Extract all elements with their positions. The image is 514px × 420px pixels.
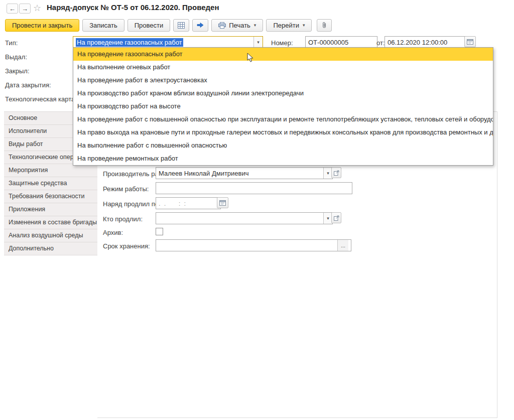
- date-calendar-button[interactable]: [464, 36, 476, 47]
- archive-checkbox[interactable]: [156, 228, 163, 235]
- producer-combobox[interactable]: Малеев Николай Дмитриевич ▾: [156, 167, 333, 179]
- mouse-cursor: [247, 53, 254, 64]
- page-title: Наряд-допуск № ОТ-5 от 06.12.2020. Прове…: [47, 3, 219, 12]
- type-value: На проведение газоопасных работ: [76, 38, 183, 47]
- dropdown-item-heat-installations[interactable]: На проведение работ с повышенной опаснос…: [73, 113, 493, 126]
- blue-arrow-icon: [197, 22, 204, 28]
- tab-activities[interactable]: Мероприятия: [4, 164, 97, 177]
- dropdown-item-high-risk-work[interactable]: На выполнение работ с повышенной опаснос…: [73, 139, 493, 152]
- work-mode-label: Режим работы:: [103, 185, 149, 193]
- tab-additional[interactable]: Дополнительно: [4, 242, 97, 255]
- toolbar: Провести и закрыть Записать Провести Печ…: [5, 19, 332, 32]
- post-button[interactable]: Провести: [127, 19, 171, 32]
- movements-button[interactable]: [192, 19, 208, 32]
- type-dropdown-list: На проведение газоопасных работ На выпол…: [73, 47, 493, 166]
- extender-label: Кто продлил:: [103, 215, 143, 223]
- extended-to-label: Наряд продлил по:: [103, 200, 161, 208]
- work-mode-field[interactable]: [156, 182, 352, 194]
- issued-by-label: Выдал:: [5, 53, 27, 61]
- favorite-star-icon[interactable]: ☆: [33, 3, 41, 14]
- dropdown-item-electrical[interactable]: На проведение работ в электроустановках: [73, 74, 493, 87]
- app-window: ← → ☆ Наряд-допуск № ОТ-5 от 06.12.2020.…: [0, 0, 514, 420]
- dropdown-item-repair-work[interactable]: На проведение ремонтных работ: [73, 152, 493, 165]
- tab-protective-equipment[interactable]: Защитные средства: [4, 177, 97, 190]
- tab-safety-requirements[interactable]: Требования безопасности: [4, 190, 97, 203]
- print-label: Печать: [229, 22, 250, 29]
- open-link-icon: [334, 170, 339, 176]
- attachments-button[interactable]: [317, 19, 332, 32]
- retention-label: Срок хранения:: [103, 242, 150, 250]
- calendar-icon: [467, 39, 473, 45]
- dropdown-item-crane-powerline[interactable]: На производство работ краном вблизи возд…: [73, 87, 493, 100]
- type-label: Тип:: [5, 39, 18, 47]
- extended-to-field[interactable]: . . : :: [156, 197, 221, 209]
- printer-icon: [218, 22, 226, 29]
- goto-label: Перейти: [273, 22, 299, 29]
- dropdown-item-work-at-height[interactable]: На производство работ на высоте: [73, 100, 493, 113]
- calendar-icon: [219, 200, 226, 206]
- date-field[interactable]: 06.12.2020 12:00:00: [384, 36, 469, 48]
- forward-arrow-icon: →: [22, 5, 28, 13]
- date-value: 06.12.2020 12:00:00: [388, 39, 447, 46]
- tab-air-analysis[interactable]: Анализ воздушной среды: [4, 229, 97, 242]
- producer-value: Малеев Николай Дмитриевич: [159, 170, 249, 177]
- forward-button[interactable]: →: [19, 4, 31, 14]
- chevron-down-icon: ▾: [254, 23, 256, 28]
- goto-menu-button[interactable]: Перейти ▾: [266, 19, 312, 32]
- tech-card-label: Технологическая карта:: [5, 95, 77, 103]
- back-arrow-icon: ←: [9, 5, 16, 13]
- dropdown-item-crane-tracks[interactable]: На право выхода на крановые пути и прохо…: [73, 126, 493, 139]
- date-label: от:: [376, 39, 385, 47]
- print-menu-button[interactable]: Печать ▾: [211, 19, 263, 32]
- chevron-down-icon: ▾: [303, 23, 305, 28]
- back-button[interactable]: ←: [7, 4, 18, 14]
- dropdown-item-hot-work[interactable]: На выполнение огневых работ: [73, 61, 493, 74]
- tab-brigade-changes[interactable]: Изменения в составе бригады: [4, 216, 97, 229]
- chevron-down-icon[interactable]: ▾: [253, 37, 263, 48]
- report-structure-button[interactable]: [173, 19, 189, 32]
- dropdown-item-gas-hazardous[interactable]: На проведение газоопасных работ: [73, 48, 493, 61]
- retention-field[interactable]: ...: [156, 239, 351, 251]
- ellipsis-button[interactable]: ...: [337, 240, 348, 251]
- post-and-close-button[interactable]: Провести и закрыть: [5, 19, 79, 32]
- archive-label: Архив:: [103, 229, 123, 236]
- write-button[interactable]: Записать: [82, 19, 124, 32]
- number-field[interactable]: ОТ-00000005: [305, 36, 377, 48]
- grid-icon: [178, 22, 185, 29]
- type-combobox[interactable]: На проведение газоопасных работ ▾: [73, 36, 263, 48]
- producer-open-button[interactable]: [331, 167, 341, 178]
- extender-open-button[interactable]: [331, 212, 341, 223]
- tab-attachments[interactable]: Приложения: [4, 203, 97, 216]
- extended-calendar-button[interactable]: [217, 197, 228, 208]
- number-value: ОТ-00000005: [308, 39, 348, 46]
- paperclip-icon: [321, 22, 327, 29]
- open-link-icon: [334, 215, 339, 221]
- closed-by-label: Закрыл:: [5, 67, 30, 75]
- extender-combobox[interactable]: ▾: [156, 212, 333, 224]
- close-date-label: Дата закрытия:: [5, 81, 51, 89]
- number-label: Номер:: [271, 39, 293, 47]
- date-placeholder: . . : :: [159, 200, 186, 207]
